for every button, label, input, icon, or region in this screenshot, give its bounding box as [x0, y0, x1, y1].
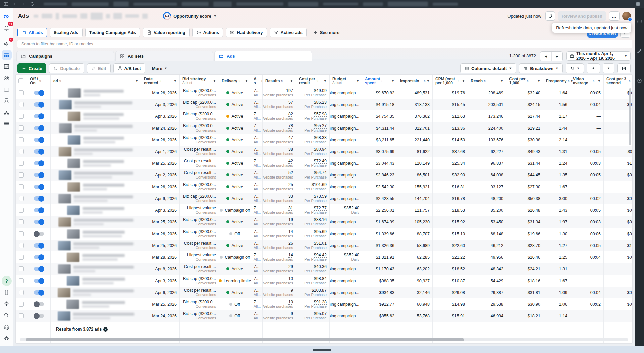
filter-chip-see-more[interactable]: See more	[309, 28, 343, 37]
column-header-freq[interactable]: Frequency↑↓▼	[543, 75, 570, 87]
sort-icon[interactable]: ↑↓	[238, 79, 240, 83]
horizontal-scrollbar-track[interactable]	[20, 338, 628, 341]
back-icon[interactable]	[12, 1, 17, 7]
prev-page-button[interactable]: ◀	[540, 52, 551, 61]
sidebar-item-support[interactable]	[2, 321, 12, 332]
column-menu-icon[interactable]: ▼	[174, 79, 177, 83]
sidebar-item-business-apps[interactable]	[2, 287, 12, 297]
cell-ad-name[interactable]	[51, 169, 141, 181]
ad-toggle[interactable]	[34, 185, 44, 189]
row-checkbox[interactable]	[19, 255, 24, 260]
sort-icon[interactable]: ↑↓	[484, 79, 485, 83]
row-checkbox[interactable]	[19, 266, 24, 271]
search-input[interactable]: Search to filter by: name, ID or metrics	[17, 40, 632, 48]
ad-toggle[interactable]	[34, 267, 44, 271]
sidebar-toggle-icon[interactable]	[3, 1, 9, 7]
export-options-button[interactable]: ▼	[603, 63, 614, 73]
ab-test-button[interactable]: A/B test	[113, 63, 145, 73]
ad-toggle[interactable]	[34, 161, 44, 165]
sidebar-item-billing[interactable]	[2, 84, 12, 94]
ad-toggle[interactable]	[34, 102, 44, 107]
more-options-button[interactable]: …	[609, 11, 620, 21]
sidebar-item-campaigns[interactable]	[2, 50, 12, 60]
cell-ad-name[interactable]	[51, 263, 141, 275]
column-header-reach[interactable]: Reach↑↓▼	[468, 75, 506, 87]
ad-toggle[interactable]	[34, 208, 44, 212]
filter-chip-had-delivery[interactable]: Had delivery	[226, 28, 267, 37]
select-all-checkbox[interactable]	[18, 78, 23, 83]
tab-ad-sets[interactable]: Ad sets	[115, 51, 213, 61]
sidebar-item-search-tool[interactable]	[2, 310, 12, 320]
cell-ad-name[interactable]	[51, 193, 141, 204]
column-header-cp3s[interactable]: Cost per 3-second...↑↓▼	[604, 75, 633, 87]
ad-toggle[interactable]	[34, 173, 44, 177]
refresh-button[interactable]	[545, 11, 555, 21]
edit-button[interactable]: Edit	[87, 63, 111, 73]
column-header-date[interactable]: Datecreated↑↓▼	[141, 75, 180, 87]
column-menu-icon[interactable]: ▼	[500, 79, 503, 83]
column-menu-icon[interactable]: ▼	[245, 79, 248, 83]
row-checkbox[interactable]	[19, 114, 24, 119]
opportunity-score[interactable]: 63 Opportunity score ▼	[163, 12, 217, 20]
next-page-button[interactable]: ▶	[551, 52, 562, 61]
cell-ad-name[interactable]	[51, 216, 141, 228]
row-checkbox[interactable]	[19, 313, 24, 318]
horizontal-scrollbar-thumb[interactable]	[26, 338, 464, 341]
column-header-impr[interactable]: Impressio...↑↓▼	[397, 75, 433, 87]
breakdown-button[interactable]: Breakdown▼	[519, 63, 563, 73]
more-actions-button[interactable]: More▼	[148, 63, 171, 73]
sort-icon[interactable]: ↑↓	[59, 79, 61, 83]
column-header-cp1000[interactable]: Cost per1,000...↑↓▼	[506, 75, 543, 87]
filter-chip-value-reporting[interactable]: Value reporting	[143, 28, 190, 37]
ad-toggle[interactable]	[34, 232, 44, 236]
sort-icon[interactable]: ↑↓	[629, 79, 630, 83]
row-checkbox[interactable]	[19, 137, 24, 142]
sort-icon[interactable]: ↑↓	[424, 79, 425, 83]
resize-handle[interactable]	[313, 349, 331, 351]
cell-ad-name[interactable]	[51, 310, 141, 322]
cell-ad-name[interactable]	[51, 240, 141, 251]
sidebar-item-account-overview[interactable]: 1	[2, 39, 12, 49]
filter-chip-active-ads[interactable]: Active ads	[270, 28, 307, 37]
forward-icon[interactable]	[21, 1, 26, 7]
date-range-picker[interactable]: This month: Apr 1, 2026 – Apr 19, 2026 ▼	[566, 51, 631, 61]
cell-ad-name[interactable]	[51, 181, 141, 193]
cell-ad-name[interactable]	[51, 157, 141, 169]
row-checkbox[interactable]	[19, 243, 24, 248]
column-header-cb[interactable]	[16, 75, 27, 87]
sort-icon[interactable]: ↓	[381, 79, 382, 83]
sidebar-item-notifications[interactable]: 11	[2, 23, 12, 33]
column-header-results[interactable]: Results↑↓▼	[263, 75, 296, 87]
sidebar-item-ads-reporting[interactable]	[2, 61, 12, 71]
cell-ad-name[interactable]	[51, 298, 141, 310]
column-menu-icon[interactable]: ▼	[537, 79, 540, 83]
sort-icon[interactable]: ↑↓	[457, 79, 459, 83]
ad-toggle[interactable]	[34, 91, 44, 95]
charts-icon[interactable]	[637, 18, 642, 24]
column-header-cpr[interactable]: Cost perresult↑↓▼	[296, 75, 330, 87]
ad-toggle[interactable]	[34, 220, 44, 224]
row-checkbox[interactable]	[19, 149, 24, 154]
reports-button[interactable]: ▼	[566, 63, 584, 73]
row-checkbox[interactable]	[19, 184, 24, 189]
edit-pencil-icon[interactable]	[637, 48, 642, 54]
avatar[interactable]: f	[622, 12, 631, 20]
column-header-delivery[interactable]: Delivery↑↓▼	[219, 75, 251, 87]
filter-chip-actions[interactable]: Actions	[192, 28, 223, 37]
row-checkbox[interactable]	[19, 161, 24, 166]
vertical-scrollbar[interactable]	[629, 88, 631, 145]
column-header-attr[interactable]: A...s...↓	[251, 75, 263, 87]
cell-ad-name[interactable]	[51, 134, 141, 146]
sort-icon[interactable]: ↑↓	[316, 79, 318, 83]
ad-toggle[interactable]	[34, 290, 44, 295]
columns-button[interactable]: Columns: default▼	[460, 63, 516, 73]
extensions-grid-icon[interactable]	[635, 1, 641, 7]
review-publish-button[interactable]: Review and publish	[558, 11, 606, 21]
filter-chip-scaling-ads[interactable]: Scaling Ads	[50, 28, 83, 37]
column-header-cpm[interactable]: CPM (costper 1,000...↑↓▼	[433, 75, 468, 87]
history-clock-icon[interactable]	[637, 78, 642, 84]
sort-icon[interactable]: ↑↓	[159, 79, 161, 83]
duplicate-button[interactable]: Duplicate	[49, 63, 84, 73]
sidebar-item-events-manager[interactable]	[2, 107, 12, 117]
ad-toggle[interactable]	[34, 126, 44, 130]
